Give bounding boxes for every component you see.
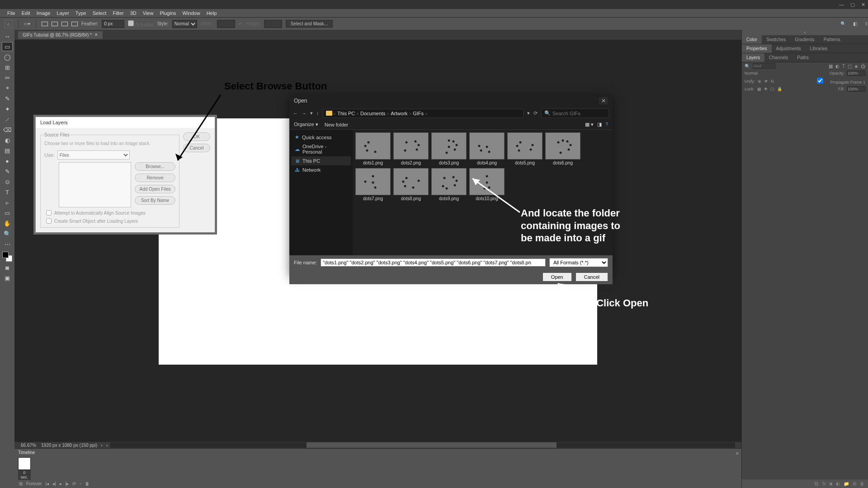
nav-back-icon[interactable]: ←	[293, 111, 298, 116]
frame-delay[interactable]: 0 sec.	[18, 470, 31, 480]
breadcrumb-item[interactable]: This PC	[337, 111, 355, 116]
prev-frame-icon[interactable]: ◂|	[52, 481, 56, 486]
first-frame-icon[interactable]: |◂	[45, 481, 49, 486]
panel-tab-color[interactable]: Color	[742, 35, 762, 44]
link-layers-icon[interactable]: ⛓	[814, 481, 819, 486]
organize-menu[interactable]: Organize ▾	[294, 122, 318, 127]
filter-toggle-icon[interactable]: ⏻	[861, 64, 865, 69]
tool-10[interactable]: ◐	[2, 136, 13, 145]
collapse-panels-icon[interactable]: «	[742, 30, 868, 35]
cancel-button[interactable]: Cancel	[183, 144, 210, 152]
quick-mask-icon[interactable]: ◙	[2, 263, 13, 272]
use-select[interactable]: Files	[57, 150, 130, 160]
tool-17[interactable]: ⊞	[2, 63, 13, 72]
color-swatch[interactable]	[2, 252, 12, 262]
fill-input[interactable]	[847, 86, 865, 92]
menu-3d[interactable]: 3D	[130, 10, 137, 16]
blend-mode-select[interactable]: Normal	[745, 71, 758, 75]
share-icon[interactable]: ⇪	[864, 21, 868, 26]
window-maximize[interactable]: ▢	[850, 2, 855, 8]
breadcrumb-item[interactable]: Documents	[360, 111, 386, 116]
menu-plugins[interactable]: Plugins	[160, 10, 176, 16]
new-layer-icon[interactable]: ⊞	[853, 481, 856, 486]
layer-group-icon[interactable]: 📁	[844, 481, 849, 486]
timeline-frame[interactable]	[18, 457, 31, 470]
view-mode-icon[interactable]: ▦ ▾	[585, 122, 594, 127]
filter-type-icon[interactable]: T	[842, 64, 845, 69]
layer-fx-icon[interactable]: fx	[822, 481, 826, 486]
tool-9[interactable]: ▤	[2, 146, 13, 155]
workspace-icon[interactable]: ◧	[853, 21, 857, 26]
file-thumb[interactable]: dots10.png	[469, 168, 505, 201]
tool-4[interactable]: ▹	[2, 198, 13, 207]
sidebar-this-pc[interactable]: 🖥This PC	[291, 156, 351, 165]
delete-layer-icon[interactable]: 🗑	[860, 481, 864, 486]
close-dialog-icon[interactable]: ✕	[599, 97, 608, 104]
layer-filter-input[interactable]	[753, 63, 775, 69]
file-thumb[interactable]: dots9.png	[431, 168, 467, 201]
file-list[interactable]	[59, 162, 131, 207]
tool-0[interactable]: ⋯	[2, 239, 13, 249]
propagate-checkbox[interactable]	[811, 78, 829, 84]
filter-smart-icon[interactable]: ◈	[854, 64, 858, 69]
remove-button[interactable]: Remove	[135, 174, 175, 182]
tween-icon[interactable]: ⟳	[72, 481, 76, 486]
selection-new-icon[interactable]	[42, 22, 48, 26]
window-minimize[interactable]: —	[839, 2, 844, 8]
nav-forward-icon[interactable]: →	[302, 111, 307, 116]
sidebar-quick-access[interactable]: ★Quick access	[291, 132, 351, 142]
smart-object-checkbox[interactable]	[46, 218, 52, 224]
open-button[interactable]: Open	[542, 272, 572, 282]
filter-shape-icon[interactable]: ▢	[848, 64, 852, 69]
nav-recent-icon[interactable]: ▾	[310, 110, 313, 116]
panel-tab-properties[interactable]: Properties	[742, 44, 772, 53]
ok-button[interactable]: OK	[183, 132, 210, 141]
file-thumb[interactable]: dots6.png	[545, 132, 580, 165]
loop-select[interactable]: Forever	[26, 481, 42, 486]
file-thumb[interactable]: dots7.png	[355, 168, 391, 201]
tool-3[interactable]: ▭	[2, 208, 13, 217]
menu-edit[interactable]: Edit	[22, 10, 30, 16]
lock-artboard-icon[interactable]: ▢	[770, 87, 774, 91]
panel-tab-patterns[interactable]: Patterns	[819, 35, 845, 44]
panel-tab-gradients[interactable]: Gradients	[790, 35, 819, 44]
lock-position-icon[interactable]: ✥	[764, 87, 768, 91]
window-close[interactable]: ✕	[861, 2, 865, 8]
menu-help[interactable]: Help	[207, 10, 217, 16]
tool-13[interactable]: ✦	[2, 104, 13, 113]
tool-14[interactable]: ✎	[2, 94, 13, 103]
close-tab-icon[interactable]: ✕	[94, 33, 98, 37]
unify-position-icon[interactable]: ⊕	[758, 79, 761, 84]
new-frame-icon[interactable]: ▫	[80, 481, 81, 486]
file-thumb[interactable]: dots2.png	[393, 132, 429, 165]
path-dropdown-icon[interactable]: ▾	[527, 110, 530, 116]
feather-input[interactable]	[102, 20, 124, 28]
lock-all-icon[interactable]: 🔒	[777, 87, 782, 91]
adjustment-layer-icon[interactable]: ◐	[836, 481, 840, 486]
file-thumb[interactable]: dots3.png	[431, 132, 467, 165]
auto-align-checkbox[interactable]	[46, 210, 52, 216]
tool-19[interactable]: ▭	[2, 42, 13, 51]
panel-tab-layers[interactable]: Layers	[742, 53, 764, 62]
tool-7[interactable]: ✎	[2, 167, 13, 176]
file-thumb[interactable]: dots5.png	[507, 132, 542, 165]
browse-button[interactable]: Browse...	[135, 162, 175, 171]
convert-timeline-icon[interactable]: ⊞	[19, 481, 23, 486]
sidebar-network[interactable]: 🖧Network	[291, 165, 351, 174]
style-select[interactable]: Normal	[172, 20, 197, 28]
panel-tab-swatches[interactable]: Swatches	[762, 35, 790, 44]
new-folder-button[interactable]: New folder	[325, 122, 349, 127]
file-thumb[interactable]: dots8.png	[393, 168, 429, 201]
selection-add-icon[interactable]	[52, 22, 58, 26]
tool-2[interactable]: ✋	[2, 219, 13, 228]
lock-pixels-icon[interactable]: ▦	[757, 87, 761, 91]
timeline-menu-icon[interactable]: ≡	[736, 450, 739, 456]
layer-mask-icon[interactable]: ◙	[830, 481, 832, 486]
menu-window[interactable]: Window	[183, 10, 200, 16]
file-thumb[interactable]: dots1.png	[355, 132, 391, 165]
filetype-select[interactable]: All Formats (*.*)	[549, 258, 608, 267]
play-icon[interactable]: ▸	[60, 481, 62, 486]
screen-mode-icon[interactable]: ▣	[2, 273, 13, 282]
next-frame-icon[interactable]: |▸	[66, 481, 69, 486]
menu-view[interactable]: View	[143, 10, 154, 16]
